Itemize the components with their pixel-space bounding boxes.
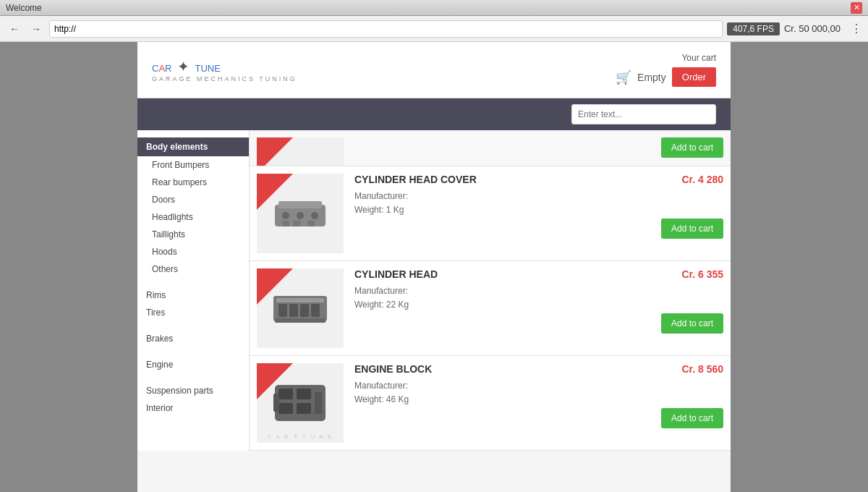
- sidebar-item-interior[interactable]: Interior: [137, 399, 249, 417]
- partial-price-action: Add to cart: [644, 137, 723, 166]
- product-manufacturer-1: Manufacturer:: [354, 284, 633, 298]
- svg-rect-18: [278, 403, 293, 414]
- svg-rect-10: [278, 304, 287, 317]
- product-info-2: ENGINE BLOCK Manufacturer: Weight: 46 Kg: [354, 363, 633, 407]
- product-watermark: C A R ✦ T U N E: [267, 433, 333, 440]
- product-price-action-0: Cr. 4 280 Add to cart: [644, 174, 723, 239]
- sidebar-item-others[interactable]: Others: [137, 260, 249, 278]
- sidebar-item-tires[interactable]: Tires: [137, 304, 249, 321]
- window-title: Welcome: [6, 3, 42, 13]
- cart-section: Your cart 🛒 Empty Order: [616, 53, 716, 87]
- products-area: Add to cart: [250, 130, 731, 451]
- product-card-1: CYLINDER HEAD Manufacturer: Weight: 22 K…: [250, 261, 731, 356]
- ribbon-icon: [257, 137, 293, 166]
- order-button[interactable]: Order: [672, 67, 716, 87]
- sidebar-item-engine[interactable]: Engine: [137, 356, 249, 373]
- svg-rect-12: [300, 304, 309, 317]
- ribbon-2: [257, 363, 293, 399]
- product-weight-0: Weight: 1 Kg: [354, 203, 633, 217]
- logo: CAR ✦ TUNE GARAGE MECHANICS TUNING: [152, 58, 297, 82]
- back-button[interactable]: ←: [6, 20, 23, 38]
- svg-point-3: [297, 212, 304, 219]
- product-image-2: C A R ✦ T U N E: [257, 363, 344, 443]
- sidebar-item-headlights[interactable]: Headlights: [137, 208, 249, 226]
- sidebar-section-title: Body elements: [137, 137, 249, 156]
- logo-subtitle: GARAGE MECHANICS TUNING: [152, 75, 297, 82]
- product-manufacturer-0: Manufacturer:: [354, 190, 633, 203]
- search-bar: [137, 98, 731, 130]
- add-to-cart-btn-1[interactable]: Add to cart: [661, 313, 723, 334]
- product-weight-2: Weight: 46 Kg: [354, 393, 633, 407]
- sidebar-item-rear-bumpers[interactable]: Rear bumpers: [137, 174, 249, 191]
- svg-rect-13: [311, 304, 320, 317]
- product-price-action-2: Cr. 8 560 Add to cart: [644, 363, 723, 428]
- title-bar: Welcome ✕: [0, 0, 868, 16]
- product-name-2: ENGINE BLOCK: [354, 363, 633, 375]
- svg-point-4: [311, 212, 318, 219]
- product-name-0: CYLINDER HEAD COVER: [354, 174, 633, 185]
- product-info-0: CYLINDER HEAD COVER Manufacturer: Weight…: [354, 174, 633, 217]
- search-input[interactable]: [571, 104, 716, 124]
- main-layout: Body elements Front Bumpers Rear bumpers…: [137, 130, 731, 451]
- svg-point-2: [282, 212, 289, 219]
- svg-rect-20: [315, 392, 322, 414]
- svg-rect-17: [297, 389, 311, 399]
- ribbon-1: [257, 268, 293, 305]
- sidebar-item-suspension[interactable]: Suspension parts: [137, 382, 249, 399]
- svg-rect-6: [293, 221, 300, 226]
- fps-display: 407,6 FPS: [727, 22, 780, 35]
- logo-tune: TUNE: [195, 63, 220, 74]
- sidebar-item-doors[interactable]: Doors: [137, 191, 249, 208]
- svg-rect-7: [307, 221, 315, 226]
- svg-rect-5: [282, 221, 289, 226]
- product-weight-1: Weight: 22 Kg: [354, 298, 633, 312]
- product-price-0: Cr. 4 280: [681, 174, 723, 185]
- product-image-1: [257, 268, 344, 348]
- logo-divider: ✦: [177, 59, 190, 75]
- sidebar: Body elements Front Bumpers Rear bumpers…: [137, 130, 250, 451]
- sidebar-item-rims[interactable]: Rims: [137, 287, 249, 304]
- product-info-1: CYLINDER HEAD Manufacturer: Weight: 22 K…: [354, 268, 633, 312]
- nav-bar: ← → 407,6 FPS Cr. 50 000,00 ⋮: [0, 16, 868, 42]
- sidebar-item-brakes[interactable]: Brakes: [137, 330, 249, 347]
- sidebar-item-front-bumpers[interactable]: Front Bumpers: [137, 156, 249, 174]
- close-button[interactable]: ✕: [851, 2, 862, 14]
- logo-r: R: [165, 63, 171, 74]
- svg-rect-19: [297, 403, 311, 414]
- product-card-0: CYLINDER HEAD COVER Manufacturer: Weight…: [250, 166, 731, 261]
- add-to-cart-btn-0[interactable]: Add to cart: [661, 219, 723, 239]
- credits-display: Cr. 50 000,00: [784, 23, 846, 34]
- logo-a: A: [158, 63, 165, 74]
- product-card-2: C A R ✦ T U N E ENGINE BLOCK Manufacture…: [250, 356, 731, 451]
- product-price-2: Cr. 8 560: [681, 363, 723, 375]
- cart-empty-label: Empty: [637, 72, 666, 83]
- cart-label: Your cart: [616, 53, 716, 63]
- sidebar-item-taillights[interactable]: Taillights: [137, 226, 249, 243]
- app-container: CAR ✦ TUNE GARAGE MECHANICS TUNING Your …: [137, 42, 731, 492]
- product-price-action-1: Cr. 6 355 Add to cart: [644, 268, 723, 334]
- product-card-partial: Add to cart: [250, 130, 731, 166]
- product-name-1: CYLINDER HEAD: [354, 268, 633, 280]
- product-image-0: [257, 174, 344, 253]
- product-manufacturer-2: Manufacturer:: [354, 379, 633, 393]
- menu-dots-icon[interactable]: ⋮: [851, 22, 862, 35]
- product-price-1: Cr. 6 355: [681, 268, 723, 280]
- cart-row: 🛒 Empty Order: [616, 67, 716, 87]
- svg-rect-11: [289, 304, 298, 317]
- forward-button[interactable]: →: [27, 20, 45, 38]
- url-input[interactable]: [49, 20, 723, 38]
- add-to-cart-btn-2[interactable]: Add to cart: [661, 408, 723, 428]
- cart-icon: 🛒: [616, 69, 631, 85]
- add-to-cart-btn-partial[interactable]: Add to cart: [661, 137, 723, 158]
- logo-text: CAR ✦ TUNE: [152, 58, 297, 75]
- ribbon-0: [257, 174, 293, 210]
- sidebar-item-hoods[interactable]: Hoods: [137, 243, 249, 260]
- svg-rect-14: [275, 318, 326, 323]
- logo-c: C: [152, 63, 158, 74]
- app-header: CAR ✦ TUNE GARAGE MECHANICS TUNING Your …: [137, 42, 731, 98]
